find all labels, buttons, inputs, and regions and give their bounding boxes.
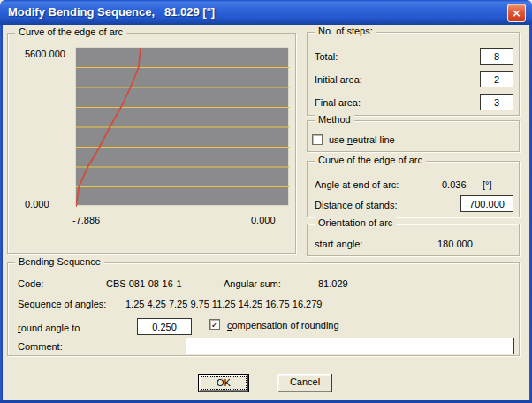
angle-end-arc-unit: [°]: [483, 179, 492, 190]
arc-curve-svg: [76, 48, 290, 207]
checkmark-icon: ✓: [211, 320, 218, 330]
total-input[interactable]: [480, 48, 513, 65]
distance-stands-input[interactable]: [460, 195, 513, 212]
arc-curve-plot: [75, 47, 289, 206]
comment-input[interactable]: [186, 338, 514, 354]
steps-group-title: No. of steps:: [315, 26, 376, 36]
use-neutral-line-checkbox[interactable]: [312, 134, 323, 145]
compensation-checkbox[interactable]: ✓: [209, 319, 220, 330]
y-axis-max-label: 5600.000: [25, 49, 65, 59]
final-area-input[interactable]: [480, 94, 513, 110]
use-neutral-line-label: use neutral line: [329, 134, 395, 145]
y-axis-min-label: 0.000: [25, 199, 49, 209]
curve-params-group-title: Curve of the edge of arc: [315, 155, 426, 165]
close-button[interactable]: ×: [507, 4, 526, 22]
x-axis-min-label: -7.886: [72, 215, 100, 225]
start-angle-label: start angle:: [315, 239, 362, 249]
window-title: Modify Bending Sequence, 81.029 [°]: [8, 5, 215, 19]
code-label: Code:: [18, 278, 43, 289]
chart-group-title: Curve of the edge of arc: [15, 27, 126, 37]
initial-area-input[interactable]: [480, 71, 513, 87]
orientation-group-title: Orientation of arc: [315, 217, 396, 228]
cancel-button[interactable]: Cancel: [277, 374, 332, 392]
window-border-left: [0, 25, 3, 403]
angle-end-arc-label: Angle at end of arc:: [315, 179, 399, 190]
angle-end-arc-value: 0.036: [442, 179, 467, 190]
method-group-title: Method: [315, 114, 354, 125]
bending-sequence-group-title: Bending Sequence: [15, 256, 104, 267]
close-icon: ×: [512, 6, 521, 19]
start-angle-value: 180.000: [437, 239, 473, 249]
sequence-angles-value: 1.25 4.25 7.25 9.75 11.25 14.25 16.75 16…: [125, 299, 322, 309]
gridlines: [76, 68, 290, 187]
round-angle-label: round angle to: [18, 323, 80, 333]
title-bar[interactable]: Modify Bending Sequence, 81.029 [°] ×: [0, 0, 532, 25]
final-area-label: Final area:: [315, 97, 361, 108]
modify-bending-sequence-dialog: Modify Bending Sequence, 81.029 [°] × Cu…: [0, 0, 532, 403]
sequence-angles-label: Sequence of angles:: [18, 299, 106, 309]
distance-stands-label: Distance of stands:: [315, 200, 398, 210]
angular-sum-value: 81.029: [318, 278, 348, 289]
round-angle-input[interactable]: [137, 318, 192, 335]
angular-sum-label: Angular sum:: [224, 278, 281, 289]
compensation-label: compensation of rounding: [227, 320, 339, 331]
x-axis-max-label: 0.000: [251, 215, 276, 225]
code-value: CBS 081-08-16-1: [106, 278, 182, 289]
comment-label: Comment:: [18, 341, 63, 352]
ok-button[interactable]: OK: [198, 374, 249, 392]
initial-area-label: Initial area:: [315, 74, 362, 85]
total-label: Total:: [315, 51, 338, 62]
